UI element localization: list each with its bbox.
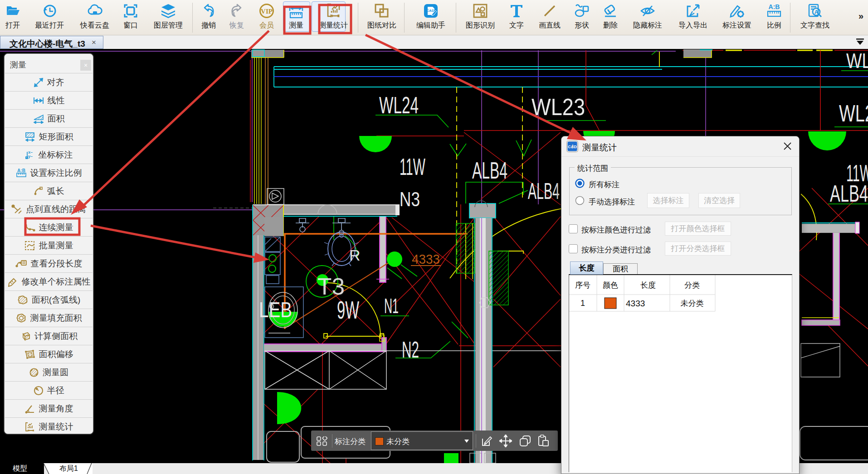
svg-text:ALB4: ALB4 bbox=[528, 179, 560, 204]
svg-text:WL24: WL24 bbox=[379, 92, 419, 118]
svg-text:N3: N3 bbox=[400, 188, 420, 210]
svg-text:WL2: WL2 bbox=[846, 49, 868, 73]
svg-text:A:B: A:B bbox=[17, 168, 25, 173]
svg-text:A:B: A:B bbox=[769, 3, 780, 10]
svg-text:VIP: VIP bbox=[261, 8, 273, 15]
svg-text:未分类: 未分类 bbox=[681, 299, 704, 308]
svg-text:分类: 分类 bbox=[684, 281, 700, 290]
svg-text:WL23: WL23 bbox=[532, 94, 585, 120]
svg-text:WL2: WL2 bbox=[839, 100, 868, 126]
svg-text:9W: 9W bbox=[337, 295, 359, 324]
svg-text:N2: N2 bbox=[402, 337, 419, 363]
svg-text:11W: 11W bbox=[400, 154, 425, 180]
svg-text:长度: 长度 bbox=[640, 281, 656, 290]
svg-text:4333: 4333 bbox=[626, 299, 645, 308]
svg-text:T3: T3 bbox=[317, 273, 345, 300]
svg-text:ALB4: ALB4 bbox=[472, 157, 507, 184]
svg-text:4333: 4333 bbox=[412, 252, 440, 266]
svg-text:1: 1 bbox=[580, 299, 585, 308]
svg-text:序号: 序号 bbox=[575, 281, 590, 290]
svg-text:颜色: 颜色 bbox=[603, 281, 618, 290]
svg-text:LEB: LEB bbox=[259, 298, 292, 322]
svg-text:CAD: CAD bbox=[426, 9, 434, 13]
svg-text:R: R bbox=[349, 247, 361, 264]
svg-text:N1: N1 bbox=[384, 294, 399, 318]
svg-text:ALB4: ALB4 bbox=[830, 180, 868, 207]
svg-text:y–: y– bbox=[28, 154, 33, 159]
svg-text:A: A bbox=[814, 9, 819, 15]
